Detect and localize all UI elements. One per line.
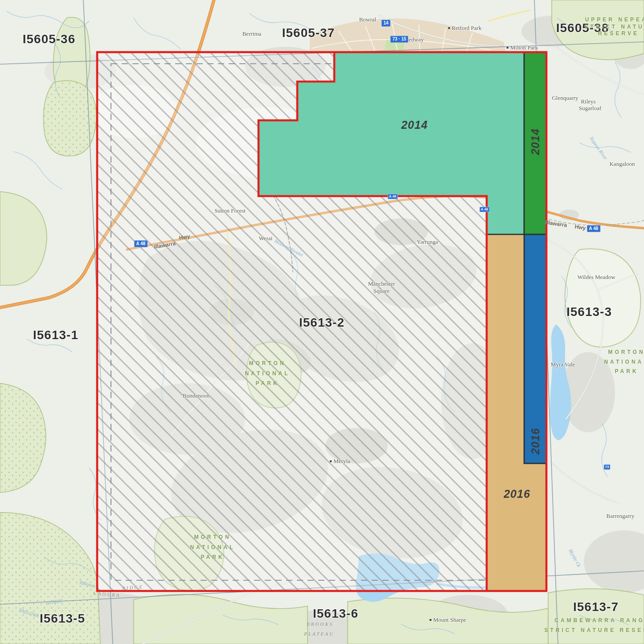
- town-label-glenquarry: Glenquarry: [552, 94, 578, 102]
- tile-label-i5613-5: I5613-5: [40, 611, 85, 626]
- park-label-upper-nepean-3: RESERVE: [598, 30, 639, 37]
- terrain-label-caoura: CAOURA: [93, 590, 121, 598]
- map-canvas: I5605-36I5605-37I5605-38I5613-1I5613-2I5…: [0, 0, 644, 644]
- town-label-manchester: Manchester: [368, 280, 395, 287]
- tile-label-i5613-7: I5613-7: [573, 600, 619, 614]
- park-label-cambewarra-1: CAMBEWARRA RANGE: [554, 617, 644, 623]
- town-label-square: Square: [373, 287, 390, 295]
- town-label-sugarloaf: Sugarloaf: [579, 105, 602, 112]
- map-labels-layer: I5605-36I5605-37I5605-38I5613-1I5613-2I5…: [0, 0, 644, 644]
- terrain-label-plateau: PLATEAU: [304, 631, 334, 636]
- town-label-yarrunga: Yarrunga: [417, 238, 438, 246]
- road-label-illawarra-e: Illawarra: [545, 219, 567, 229]
- park-label-morton-center-2: NATIONAL: [245, 370, 290, 377]
- town-label-milton-park: Milton Park: [507, 44, 538, 51]
- road-label-illawarra-w: Illawarra: [154, 240, 176, 250]
- tile-label-i5605-36: I5605-36: [23, 32, 76, 46]
- road-shield-73-15: 73 · 15: [390, 36, 408, 43]
- creek-label-tallowa-gorge-2: GORGE: [46, 598, 63, 605]
- town-label-mount-sharpe: Mount Sharpe: [430, 616, 466, 623]
- creek-label-tallowa: Tallowa: [79, 579, 95, 588]
- town-label-rileys: Rileys: [581, 98, 595, 105]
- tile-label-i5613-1: I5613-1: [33, 328, 78, 342]
- creek-label-tallowa-gorge-1: TALLOWA: [18, 607, 40, 619]
- town-label-werai: Werai: [259, 235, 273, 242]
- town-label-meryla: Meryla: [330, 458, 350, 465]
- road-shield-14: 14: [381, 20, 390, 27]
- park-label-upper-nepean-2: STRICT NATURE: [585, 24, 644, 30]
- road-shield-a48-west: A 48: [134, 240, 148, 247]
- road-shield-73: 73: [604, 464, 611, 470]
- year-label-2014-teal: 2014: [401, 119, 428, 131]
- tile-label-i5613-2: I5613-2: [299, 316, 345, 330]
- park-label-upper-nepean-1: UPPER NEPEAN: [585, 16, 644, 23]
- town-label-sutton-forest: Sutton Forest: [214, 207, 246, 214]
- tile-label-i5605-37: I5605-37: [282, 26, 335, 40]
- tile-label-i5613-6: I5613-6: [313, 607, 358, 621]
- terrain-label-brooks: BROOKS: [307, 621, 333, 627]
- road-shield-a48-east: A 48: [587, 225, 601, 232]
- park-label-morton-center-1: MORTON: [249, 360, 286, 366]
- town-label-wildes-meadow: Wildes Meadow: [577, 274, 615, 281]
- tile-label-i5613-3: I5613-3: [566, 305, 612, 319]
- park-label-morton-south-1: MORTON: [194, 534, 231, 540]
- town-label-kangaloon: Kangaloon: [609, 160, 635, 168]
- town-label-berrima: Berrima: [242, 30, 262, 37]
- creek-label-nepean-river: Nepean River: [589, 135, 608, 160]
- year-label-2016-tan: 2016: [504, 488, 530, 500]
- town-label-myra-vale: Myra Vale: [551, 361, 575, 368]
- park-label-morton-south-2: NATIONAL: [190, 544, 235, 550]
- park-label-morton-east-1: MORTON: [608, 349, 644, 355]
- park-label-morton-south-3: PARK: [201, 554, 224, 560]
- creek-label-myrtle: Myrtle Ck: [568, 548, 582, 568]
- creek-label-medway-rivulet: Medway Rivulet: [274, 238, 304, 258]
- park-label-morton-east-3: PARK: [615, 368, 638, 374]
- road-label-hwy-w: Hwy: [179, 233, 191, 241]
- road-shield-a48-mid: A 48: [388, 194, 398, 199]
- road-shield-a48-edge: A 48: [480, 207, 490, 212]
- park-label-morton-center-3: PARK: [255, 380, 279, 386]
- town-label-retford-park: Retford Park: [448, 25, 482, 32]
- park-label-morton-east-2: NATIONAL: [604, 359, 644, 365]
- year-label-2014-strip: 2014: [529, 128, 542, 155]
- terrain-label-ridge: RIDGE: [122, 584, 144, 591]
- town-label-barrengarry: Barrengarry: [607, 513, 635, 520]
- year-label-2016-strip: 2016: [529, 428, 542, 455]
- road-label-hwy-e: Hwy: [574, 223, 586, 231]
- town-label-bowral: Bowral: [359, 16, 376, 23]
- town-label-bundanoon: Bundanoon: [183, 392, 209, 399]
- park-label-cambewarra-2: STRICT NATURE RESERVE: [544, 627, 644, 633]
